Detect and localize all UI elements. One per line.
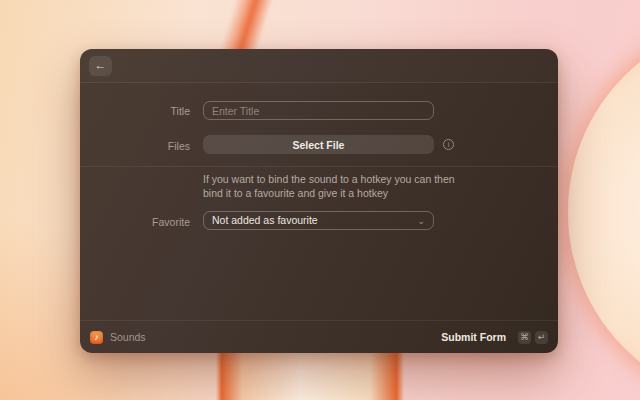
title-field-label: Title	[80, 105, 190, 117]
app-name-label: Sounds	[110, 331, 146, 343]
command-key-icon: ⌘	[518, 331, 531, 344]
app-window: ← Title Files Select File i If you want …	[80, 49, 558, 353]
action-bar: ♪ Sounds Submit Form ⌘ ↵	[80, 320, 558, 353]
favorite-field-label: Favorite	[80, 216, 190, 228]
sounds-app-icon: ♪	[90, 331, 103, 344]
favorite-dropdown-value: Not added as favourite	[212, 214, 318, 226]
hotkey-description-line-1: If you want to bind the sound to a hotke…	[203, 172, 483, 186]
return-key-icon: ↵	[535, 331, 548, 344]
back-button[interactable]: ←	[89, 56, 112, 76]
window-header: ←	[80, 49, 558, 83]
files-field-label: Files	[80, 140, 190, 152]
select-file-button[interactable]: Select File	[203, 135, 434, 154]
info-icon[interactable]: i	[443, 139, 454, 150]
favorite-dropdown[interactable]: Not added as favourite ⌄	[203, 211, 434, 230]
submit-form-button[interactable]: Submit Form	[441, 331, 506, 343]
section-divider	[80, 166, 558, 167]
hotkey-description-line-2: bind it to a favourite and give it a hot…	[203, 186, 483, 200]
title-input[interactable]	[203, 101, 434, 120]
hotkey-description: If you want to bind the sound to a hotke…	[203, 172, 483, 200]
chevron-down-icon: ⌄	[417, 213, 425, 230]
